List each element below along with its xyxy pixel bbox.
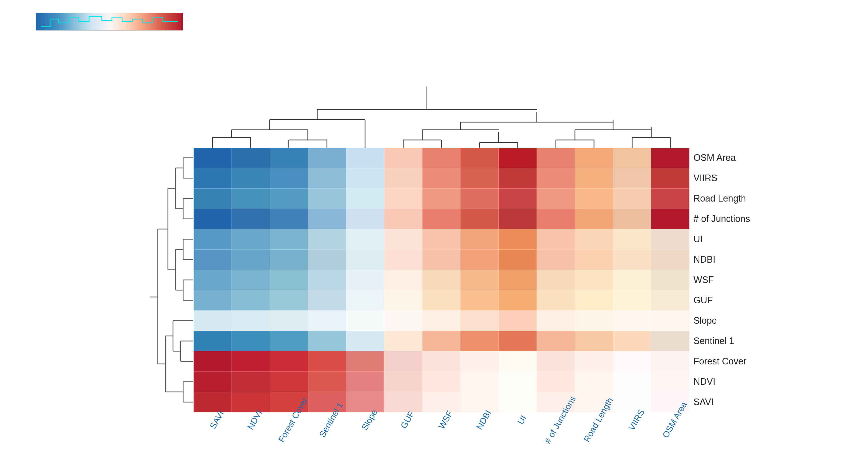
heatmap-cell <box>461 148 499 168</box>
heatmap-cell <box>613 311 651 331</box>
heatmap-cell <box>537 209 575 229</box>
row-label-item: WSF <box>689 270 824 290</box>
heatmap-cell <box>346 229 384 250</box>
row-label-item: Sentinel 1 <box>689 331 824 351</box>
heatmap-cell <box>613 148 651 168</box>
col-label-wrapper: UI <box>499 412 537 427</box>
heatmap-cell <box>422 331 461 351</box>
heatmap-cell <box>308 250 346 270</box>
heatmap-cell <box>537 148 575 168</box>
col-label-item: GUF <box>399 409 416 430</box>
heatmap-cell <box>384 392 422 412</box>
heatmap-cell <box>537 250 575 270</box>
heatmap-cell <box>651 270 689 290</box>
heatmap-cell <box>422 311 461 331</box>
heatmap-cell <box>613 168 651 188</box>
heatmap-area: OSM AreaVIIRSRoad Length# of JunctionsUI… <box>148 76 824 428</box>
colorbar-overlay <box>36 13 183 31</box>
heatmap-cell <box>461 372 499 392</box>
heatmap-cell <box>575 188 613 209</box>
heatmap-cell <box>651 311 689 331</box>
heatmap-cell <box>499 270 537 290</box>
heatmap-cell <box>346 372 384 392</box>
heatmap-cell <box>231 168 270 188</box>
col-label-wrapper: NDBI <box>461 412 499 427</box>
heatmap-cell <box>461 168 499 188</box>
heatmap-cell <box>651 250 689 270</box>
heatmap-cell <box>384 372 422 392</box>
heatmap-cell <box>422 392 461 412</box>
heatmap-cell <box>231 148 270 168</box>
heatmap-cell <box>384 311 422 331</box>
heatmap-cell <box>537 331 575 351</box>
heatmap-cell <box>651 290 689 311</box>
heatmap-cell <box>384 351 422 372</box>
heatmap-cell <box>384 250 422 270</box>
heatmap-cell <box>346 270 384 290</box>
heatmap-cell <box>346 351 384 372</box>
heatmap-cell <box>308 290 346 311</box>
heatmap-cell <box>499 188 537 209</box>
heatmap-cell <box>270 311 308 331</box>
heatmap-cell <box>384 168 422 188</box>
heatmap-cell <box>194 311 232 331</box>
col-labels: SAVINDVIForest CoverSentinel 1SlopeGUFWS… <box>193 412 689 468</box>
heatmap-cell <box>308 229 346 250</box>
heatmap-cell <box>270 229 308 250</box>
row-label-item: SAVI <box>689 392 824 412</box>
heatmap-cell <box>270 209 308 229</box>
heatmap-cell <box>384 290 422 311</box>
heatmap-cell <box>422 148 461 168</box>
heatmap-cell <box>575 229 613 250</box>
heatmap-cell <box>651 331 689 351</box>
colorbar <box>36 13 183 31</box>
heatmap-cell <box>231 331 270 351</box>
heatmap-cell <box>270 270 308 290</box>
heatmap-cell <box>194 148 232 168</box>
heatmap-cell <box>422 188 461 209</box>
heatmap-cell <box>422 229 461 250</box>
col-label-wrapper: SAVI <box>193 412 231 427</box>
row-label-item: VIIRS <box>689 168 824 188</box>
heatmap-cell <box>575 311 613 331</box>
col-label-wrapper: VIIRS <box>613 412 651 427</box>
heatmap-cell <box>346 148 384 168</box>
heatmap-cell <box>575 148 613 168</box>
heatmap-cell <box>499 209 537 229</box>
row-label-item: NDBI <box>689 250 824 270</box>
heatmap-cell <box>270 372 308 392</box>
heatmap-cell <box>613 331 651 351</box>
heatmap-cell <box>422 209 461 229</box>
heatmap-cell <box>270 168 308 188</box>
heatmap-cell <box>575 209 613 229</box>
col-label-wrapper: # of Junctions <box>537 412 575 427</box>
heatmap-cell <box>308 188 346 209</box>
heatmap-cell <box>231 351 270 372</box>
heatmap-cell <box>308 331 346 351</box>
heatmap-cell <box>575 331 613 351</box>
heatmap-cell <box>575 168 613 188</box>
heatmap-cell <box>194 351 232 372</box>
col-label-wrapper: Sentinel 1 <box>308 412 346 427</box>
heatmap-cell <box>422 372 461 392</box>
heatmap-cell <box>537 270 575 290</box>
row-label-item: # of Junctions <box>689 209 824 229</box>
row-label-item: Road Length <box>689 188 824 209</box>
row-labels: OSM AreaVIIRSRoad Length# of JunctionsUI… <box>689 148 824 412</box>
heatmap-cell <box>194 188 232 209</box>
heatmap-cell <box>575 351 613 372</box>
heatmap-cell <box>384 229 422 250</box>
heatmap-table <box>193 148 689 412</box>
heatmap-cell <box>384 209 422 229</box>
heatmap-cell <box>499 148 537 168</box>
heatmap-cell <box>537 229 575 250</box>
heatmap-grid <box>193 148 689 412</box>
heatmap-cell <box>384 331 422 351</box>
heatmap-cell <box>461 209 499 229</box>
col-label-item: WSF <box>437 409 455 431</box>
row-label-item: GUF <box>689 290 824 311</box>
heatmap-cell <box>270 351 308 372</box>
heatmap-cell <box>537 311 575 331</box>
heatmap-cell <box>308 148 346 168</box>
row-label-item: Forest Cover <box>689 351 824 372</box>
